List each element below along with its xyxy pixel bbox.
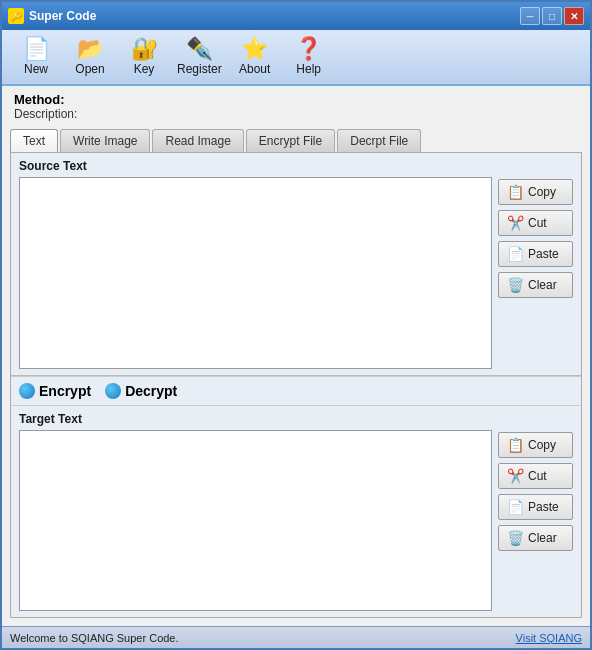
target-paste-button[interactable]: 📄 Paste	[498, 494, 573, 520]
toolbar-help-button[interactable]: ❓ Help	[283, 33, 335, 81]
register-icon: ✒️	[186, 38, 213, 60]
toolbar-open-button[interactable]: 📂 Open	[64, 33, 116, 81]
source-cut-label: Cut	[528, 216, 547, 230]
source-body: 📋 Copy ✂️ Cut 📄 Paste 🗑️	[19, 177, 573, 369]
source-textarea-wrapper	[19, 177, 492, 369]
status-link[interactable]: Visit SQIANG	[516, 632, 582, 644]
help-icon: ❓	[295, 38, 322, 60]
target-copy-icon: 📋	[507, 437, 524, 453]
decrypt-button[interactable]: Decrypt	[105, 383, 177, 399]
target-section: Target Text 📋 Copy ✂️ Cut	[11, 406, 581, 617]
tab-read-image[interactable]: Read Image	[152, 129, 243, 152]
target-textarea-wrapper	[19, 430, 492, 611]
tab-text[interactable]: Text	[10, 129, 58, 152]
title-bar: 🔑 Super Code ─ □ ✕	[2, 2, 590, 30]
target-paste-label: Paste	[528, 500, 559, 514]
target-clear-icon: 🗑️	[507, 530, 524, 546]
app-icon: 🔑	[8, 8, 24, 24]
source-title: Source Text	[19, 159, 573, 173]
key-label: Key	[134, 62, 155, 76]
status-bar: Welcome to SQIANG Super Code. Visit SQIA…	[2, 626, 590, 648]
help-label: Help	[296, 62, 321, 76]
encrypt-bar: Encrypt Decrypt	[11, 376, 581, 406]
window-title: Super Code	[29, 9, 520, 23]
target-cut-label: Cut	[528, 469, 547, 483]
source-copy-label: Copy	[528, 185, 556, 199]
target-title: Target Text	[19, 412, 573, 426]
toolbar-about-button[interactable]: ⭐ About	[229, 33, 281, 81]
toolbar-new-button[interactable]: 📄 New	[10, 33, 62, 81]
method-label: Method:	[14, 92, 578, 107]
source-clear-button[interactable]: 🗑️ Clear	[498, 272, 573, 298]
target-copy-label: Copy	[528, 438, 556, 452]
encrypt-dot-icon	[19, 383, 35, 399]
target-side-buttons: 📋 Copy ✂️ Cut 📄 Paste 🗑️	[498, 430, 573, 611]
source-cut-button[interactable]: ✂️ Cut	[498, 210, 573, 236]
source-paste-button[interactable]: 📄 Paste	[498, 241, 573, 267]
open-label: Open	[75, 62, 104, 76]
source-section: Source Text 📋 Copy ✂️ Cut	[11, 153, 581, 376]
encrypt-label: Encrypt	[39, 383, 91, 399]
minimize-button[interactable]: ─	[520, 7, 540, 25]
key-icon: 🔐	[131, 38, 158, 60]
decrypt-label: Decrypt	[125, 383, 177, 399]
target-paste-icon: 📄	[507, 499, 524, 515]
main-window: 🔑 Super Code ─ □ ✕ 📄 New 📂 Open 🔐 Key ✒️…	[0, 0, 592, 650]
description-label: Description:	[14, 107, 578, 121]
target-clear-label: Clear	[528, 531, 557, 545]
source-copy-icon: 📋	[507, 184, 524, 200]
source-copy-button[interactable]: 📋 Copy	[498, 179, 573, 205]
panel-box: Source Text 📋 Copy ✂️ Cut	[10, 152, 582, 618]
source-side-buttons: 📋 Copy ✂️ Cut 📄 Paste 🗑️	[498, 177, 573, 369]
source-clear-label: Clear	[528, 278, 557, 292]
source-paste-icon: 📄	[507, 246, 524, 262]
info-bar: Method: Description:	[2, 86, 590, 125]
register-label: Register	[177, 62, 222, 76]
toolbar: 📄 New 📂 Open 🔐 Key ✒️ Register ⭐ About ❓…	[2, 30, 590, 86]
open-icon: 📂	[77, 38, 104, 60]
new-icon: 📄	[23, 38, 50, 60]
window-controls: ─ □ ✕	[520, 7, 584, 25]
source-paste-label: Paste	[528, 247, 559, 261]
about-label: About	[239, 62, 270, 76]
target-cut-icon: ✂️	[507, 468, 524, 484]
about-icon: ⭐	[241, 38, 268, 60]
encrypt-button[interactable]: Encrypt	[19, 383, 91, 399]
source-textarea[interactable]	[19, 177, 492, 369]
target-clear-button[interactable]: 🗑️ Clear	[498, 525, 573, 551]
maximize-button[interactable]: □	[542, 7, 562, 25]
toolbar-key-button[interactable]: 🔐 Key	[118, 33, 170, 81]
target-copy-button[interactable]: 📋 Copy	[498, 432, 573, 458]
target-body: 📋 Copy ✂️ Cut 📄 Paste 🗑️	[19, 430, 573, 611]
source-cut-icon: ✂️	[507, 215, 524, 231]
source-clear-icon: 🗑️	[507, 277, 524, 293]
tab-encrypt-file[interactable]: Encrypt File	[246, 129, 335, 152]
target-cut-button[interactable]: ✂️ Cut	[498, 463, 573, 489]
target-textarea[interactable]	[19, 430, 492, 611]
new-label: New	[24, 62, 48, 76]
close-button[interactable]: ✕	[564, 7, 584, 25]
status-text: Welcome to SQIANG Super Code.	[10, 632, 179, 644]
tabs-container: Text Write Image Read Image Encrypt File…	[2, 125, 590, 152]
tab-decrypt-file[interactable]: Decrpt File	[337, 129, 421, 152]
tab-write-image[interactable]: Write Image	[60, 129, 150, 152]
decrypt-dot-icon	[105, 383, 121, 399]
toolbar-register-button[interactable]: ✒️ Register	[172, 33, 227, 81]
main-content: Source Text 📋 Copy ✂️ Cut	[2, 152, 590, 626]
